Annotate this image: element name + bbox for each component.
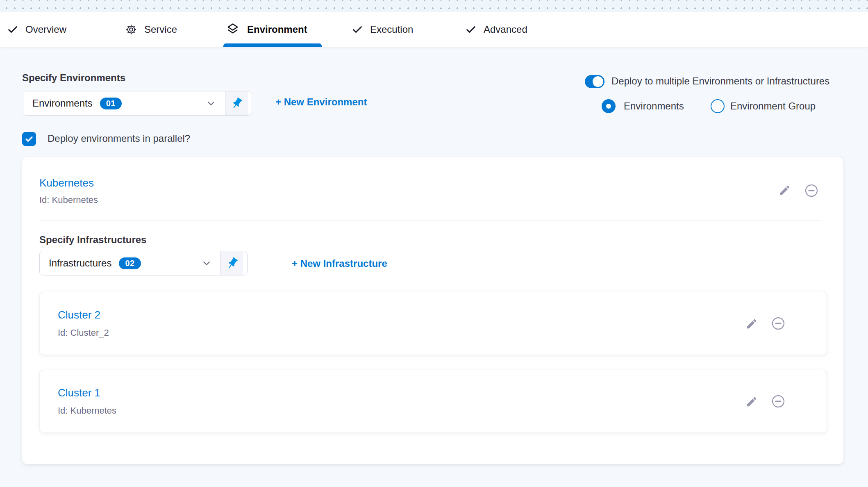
new-infrastructure-link[interactable]: + New Infrastructure: [292, 258, 387, 269]
tab-label: Service: [144, 24, 177, 35]
check-icon: [352, 24, 363, 35]
minus-circle-icon: [804, 183, 819, 198]
pin-infrastructures-button[interactable]: [220, 251, 243, 275]
minus-circle-icon: [771, 394, 786, 409]
radio-environments[interactable]: [602, 99, 616, 113]
tab-label: Overview: [25, 24, 66, 35]
infrastructure-name-link[interactable]: Cluster 2: [58, 309, 100, 321]
tab-overview[interactable]: Overview: [7, 12, 66, 47]
pushpin-icon: [226, 257, 239, 270]
pin-environments-button[interactable]: [225, 91, 248, 115]
remove-environment-button[interactable]: [804, 183, 819, 198]
environments-select: Environments 01: [23, 91, 252, 116]
remove-infrastructure-button[interactable]: [771, 394, 786, 409]
pencil-icon: [745, 318, 758, 330]
radio-environments-label: Environments: [624, 100, 684, 112]
infrastructure-id-text: Id: Cluster_2: [58, 328, 109, 338]
minus-circle-icon: [771, 316, 786, 331]
environments-count-badge: 01: [100, 98, 122, 109]
edit-infrastructure-button[interactable]: [745, 396, 758, 408]
deploy-multiple-toggle-label: Deploy to multiple Environments or Infra…: [611, 75, 829, 87]
remove-infrastructure-button[interactable]: [771, 316, 786, 331]
gear-icon: [125, 23, 137, 36]
chevron-down-icon: [206, 98, 216, 108]
infrastructures-select: Infrastructures 02: [39, 251, 248, 275]
infrastructures-count-badge: 02: [119, 257, 141, 269]
radio-environment-group[interactable]: [711, 99, 725, 113]
deploy-parallel-checkbox[interactable]: [22, 132, 36, 146]
pencil-icon: [745, 396, 758, 408]
environment-name-link[interactable]: Kubernetes: [39, 177, 94, 189]
tab-label: Environment: [247, 24, 307, 35]
tab-service[interactable]: Service: [125, 12, 177, 47]
infrastructure-card-cluster-2: Cluster 2 Id: Cluster_2: [39, 292, 827, 355]
stage-tabbar: Overview Service Environment Exe: [0, 12, 868, 47]
card-divider: [39, 221, 821, 221]
radio-environment-group-label: Environment Group: [730, 100, 816, 112]
toggle-knob: [593, 76, 603, 87]
infrastructure-card-cluster-1: Cluster 1 Id: Kubernetes: [39, 370, 827, 433]
deploy-parallel-checkbox-label: Deploy environments in parallel?: [48, 133, 190, 144]
specify-infrastructures-heading: Specify Infrastructures: [39, 234, 146, 246]
edit-infrastructure-button[interactable]: [745, 318, 758, 330]
infrastructures-select-field[interactable]: Infrastructures 02: [40, 251, 220, 275]
active-tab-underline: [223, 43, 322, 47]
environment-layers-icon: [225, 22, 240, 37]
check-icon: [24, 134, 34, 144]
tab-execution[interactable]: Execution: [352, 12, 413, 47]
infrastructure-id-text: Id: Kubernetes: [58, 405, 116, 416]
tab-label: Advanced: [484, 24, 527, 35]
pipeline-stage-config-screen: Overview Service Environment Exe: [0, 0, 868, 487]
canvas-dot-pattern: [0, 0, 868, 12]
check-icon: [465, 24, 477, 35]
tab-label: Execution: [370, 24, 413, 35]
specify-environments-heading: Specify Environments: [22, 72, 125, 84]
edit-environment-button[interactable]: [779, 184, 791, 196]
environments-select-field[interactable]: Environments 01: [23, 91, 225, 115]
chevron-down-icon: [202, 258, 211, 268]
infrastructure-name-link[interactable]: Cluster 1: [58, 387, 100, 399]
tab-environment[interactable]: Environment: [225, 12, 307, 47]
deploy-multiple-toggle[interactable]: [585, 75, 604, 88]
new-environment-link[interactable]: + New Environment: [275, 96, 367, 108]
pushpin-icon: [230, 97, 243, 110]
check-icon: [7, 24, 18, 35]
tab-advanced[interactable]: Advanced: [465, 12, 527, 47]
pencil-icon: [779, 184, 791, 196]
infrastructures-select-value: Infrastructures: [49, 257, 111, 269]
environment-id-text: Id: Kubernetes: [39, 195, 98, 205]
environment-card-kubernetes: Kubernetes Id: Kubernetes Specify Infras…: [22, 157, 843, 464]
environments-select-value: Environments: [32, 98, 93, 109]
